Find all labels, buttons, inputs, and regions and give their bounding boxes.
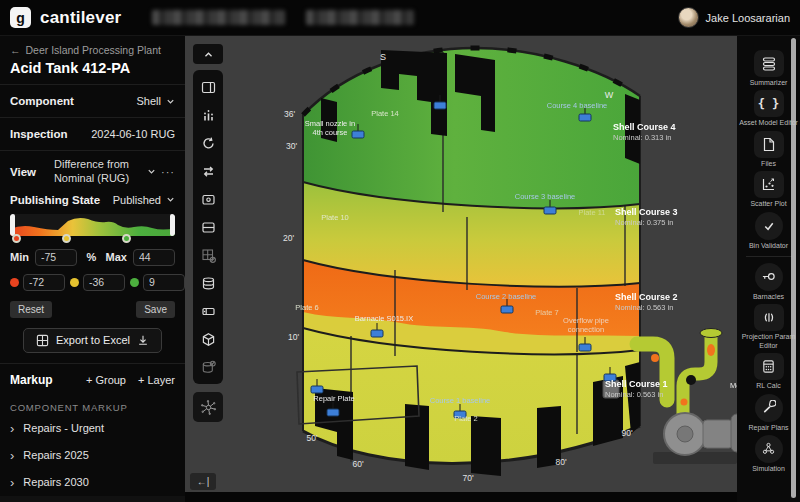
barnacle-tool-button[interactable] bbox=[193, 392, 223, 422]
bar-chart-button[interactable] bbox=[196, 103, 220, 127]
files-icon[interactable] bbox=[754, 131, 784, 158]
toolbar-collapse-button[interactable] bbox=[193, 44, 223, 64]
simulation-icon[interactable] bbox=[755, 435, 783, 463]
publishing-row: Publishing State Published bbox=[0, 190, 185, 212]
view-select[interactable]: Difference from Nominal (RUG) bbox=[40, 158, 144, 186]
projection-param-editor-icon[interactable] bbox=[754, 304, 784, 331]
tool-projection-param-editor[interactable]: Projection Param Editor bbox=[739, 304, 799, 350]
split-view-button[interactable] bbox=[196, 215, 220, 239]
markup-title: Markup bbox=[10, 373, 53, 387]
min-input[interactable] bbox=[35, 249, 77, 266]
layers-off-button[interactable] bbox=[196, 355, 220, 379]
publishing-select[interactable]: Published bbox=[113, 194, 175, 206]
view-label: View bbox=[10, 166, 36, 178]
add-group-button[interactable]: + Group bbox=[86, 374, 126, 386]
course-2-name: Shell Course 2 bbox=[615, 292, 678, 302]
asset-model-editor-icon[interactable]: { } bbox=[754, 90, 784, 117]
markup-group-repairs-2030[interactable]: › Repairs 2030 bbox=[0, 469, 185, 496]
grid-off-button[interactable] bbox=[196, 243, 220, 267]
layers-button[interactable] bbox=[196, 271, 220, 295]
brand-name[interactable]: cantilever bbox=[40, 8, 121, 28]
red-threshold-handle[interactable] bbox=[12, 234, 21, 243]
red-threshold-input[interactable] bbox=[23, 274, 65, 291]
box-target-button[interactable] bbox=[196, 187, 220, 211]
yellow-threshold-handle[interactable] bbox=[62, 234, 71, 243]
chevron-up-icon bbox=[202, 48, 215, 61]
chevron-right-icon[interactable]: › bbox=[10, 476, 14, 489]
chevron-right-icon[interactable]: › bbox=[10, 449, 14, 462]
threshold-handles bbox=[10, 234, 175, 244]
redacted-nav-item[interactable] bbox=[306, 10, 414, 25]
max-input[interactable] bbox=[133, 249, 175, 266]
unit-label: % bbox=[86, 251, 96, 263]
refresh-button[interactable] bbox=[196, 131, 220, 155]
component-select[interactable]: Shell bbox=[137, 95, 175, 107]
brand-logo-icon[interactable]: g bbox=[10, 7, 31, 28]
tool-repair-plans[interactable]: Repair Plans bbox=[739, 394, 799, 432]
tool-bin-validator[interactable]: Bin Validator bbox=[739, 212, 799, 250]
left-panel: ← Deer Island Processing Plant Acid Tank… bbox=[0, 36, 185, 502]
scatter-plot-icon[interactable] bbox=[754, 171, 784, 198]
color-scale-slider[interactable] bbox=[0, 212, 185, 244]
inspection-row: Inspection 2024-06-10 RUG bbox=[0, 118, 185, 150]
barnacles-icon[interactable] bbox=[755, 263, 783, 291]
tool-barnacles[interactable]: Barnacles bbox=[739, 263, 799, 301]
tool-files[interactable]: Files bbox=[739, 131, 799, 168]
svg-text:Motor: Motor bbox=[730, 381, 737, 390]
svg-text:30': 30' bbox=[286, 141, 297, 151]
svg-text:Barnacle S015.IX: Barnacle S015.IX bbox=[355, 314, 413, 323]
chevron-down-icon[interactable] bbox=[147, 167, 156, 176]
logo-glyph: g bbox=[16, 10, 25, 26]
yellow-threshold-input[interactable] bbox=[83, 274, 125, 291]
collapse-left-button[interactable]: ←| bbox=[190, 473, 216, 490]
tool-summarizer[interactable]: Summarizer bbox=[739, 50, 799, 87]
svg-text:Course 1 baseline: Course 1 baseline bbox=[430, 396, 490, 405]
summarizer-icon[interactable] bbox=[754, 50, 784, 77]
tool-simulation[interactable]: Simulation bbox=[739, 435, 799, 473]
export-to-excel-button[interactable]: Export to Excel bbox=[23, 328, 162, 353]
markup-group-repairs-2025[interactable]: › Repairs 2025 bbox=[0, 442, 185, 469]
save-button[interactable]: Save bbox=[136, 301, 175, 318]
reset-button[interactable]: Reset bbox=[10, 301, 52, 318]
svg-text:50': 50' bbox=[306, 433, 317, 443]
range-handle-left[interactable] bbox=[10, 214, 15, 236]
redacted-nav-item[interactable] bbox=[152, 10, 285, 25]
group-label: Repairs 2030 bbox=[23, 476, 88, 488]
inspection-value[interactable]: 2024-06-10 RUG bbox=[91, 128, 175, 140]
repair-plans-icon[interactable] bbox=[755, 394, 783, 422]
panel-layout-button[interactable] bbox=[196, 75, 220, 99]
window-scrollbar[interactable] bbox=[791, 38, 796, 498]
repair-plan-item[interactable]: Repair Plan - 2028-01-01 - Insert… bbox=[0, 496, 185, 502]
viewport-3d[interactable]: S W 36' 30' 20' 10' 50' 60' 70' 80' 90' … bbox=[185, 36, 737, 502]
course-1-nominal: Nominal: 0.563 in bbox=[605, 390, 663, 399]
histogram-gradient[interactable] bbox=[10, 214, 175, 236]
max-label: Max bbox=[106, 251, 127, 263]
swap-arrows-button[interactable] bbox=[196, 159, 220, 183]
chevron-right-icon[interactable]: › bbox=[10, 422, 14, 435]
min-label: Min bbox=[10, 251, 29, 263]
green-threshold-handle[interactable] bbox=[122, 234, 131, 243]
breadcrumb[interactable]: ← Deer Island Processing Plant bbox=[10, 44, 175, 56]
pump-base bbox=[653, 452, 737, 464]
green-threshold-input[interactable] bbox=[143, 274, 185, 291]
cube-button[interactable] bbox=[196, 327, 220, 351]
markup-group-repairs-urgent[interactable]: › Repairs - Urgent bbox=[0, 415, 185, 442]
range-handle-right[interactable] bbox=[170, 214, 175, 236]
tool-asset-model-editor[interactable]: { } Asset Model Editor bbox=[739, 90, 799, 127]
bin-validator-icon[interactable] bbox=[755, 212, 783, 240]
tag-button[interactable] bbox=[196, 299, 220, 323]
tool-rl-calc[interactable]: RL Calc bbox=[739, 353, 799, 390]
back-arrow-icon[interactable]: ← bbox=[10, 44, 21, 56]
rl-calc-icon[interactable] bbox=[754, 353, 784, 380]
add-layer-button[interactable]: + Layer bbox=[138, 374, 175, 386]
publishing-value: Published bbox=[113, 194, 161, 206]
green-dot-icon bbox=[130, 278, 139, 287]
more-options-icon[interactable]: ··· bbox=[161, 166, 175, 178]
tank-render[interactable]: S W 36' 30' 20' 10' 50' 60' 70' 80' 90' … bbox=[185, 36, 737, 492]
course-1-name: Shell Course 1 bbox=[605, 379, 668, 389]
user-menu[interactable]: Jake Loosararian bbox=[678, 7, 790, 28]
avatar[interactable] bbox=[678, 7, 699, 28]
top-nav: g cantilever Jake Loosararian bbox=[0, 0, 800, 36]
minmax-row: Min % Max bbox=[0, 244, 185, 268]
tool-scatter-plot[interactable]: Scatter Plot bbox=[739, 171, 799, 208]
